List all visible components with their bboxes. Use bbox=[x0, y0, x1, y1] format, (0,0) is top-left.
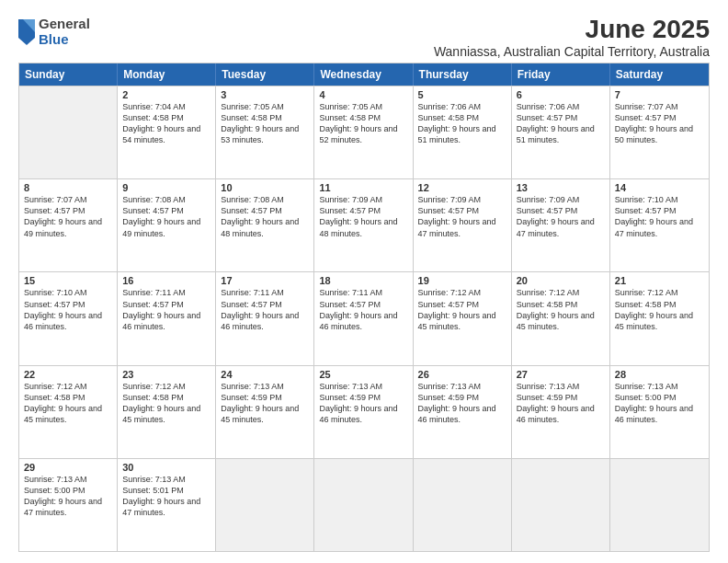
header-thursday: Thursday bbox=[414, 63, 512, 86]
empty-cell bbox=[216, 459, 314, 551]
empty-cell bbox=[314, 459, 413, 551]
day-24: 24 Sunrise: 7:13 AMSunset: 4:59 PMDaylig… bbox=[216, 366, 314, 458]
day-14: 14 Sunrise: 7:10 AMSunset: 4:57 PMDaylig… bbox=[610, 179, 709, 271]
header-sunday: Sunday bbox=[19, 63, 118, 86]
page: General Blue June 2025 Wanniassa, Austra… bbox=[0, 0, 728, 563]
week-row-5: 29 Sunrise: 7:13 AMSunset: 5:00 PMDaylig… bbox=[19, 458, 709, 551]
logo: General Blue bbox=[18, 17, 90, 47]
day-26: 26 Sunrise: 7:13 AMSunset: 4:59 PMDaylig… bbox=[414, 366, 512, 458]
header-monday: Monday bbox=[118, 63, 216, 86]
empty-cell bbox=[610, 459, 709, 551]
logo-icon bbox=[18, 19, 35, 45]
header-saturday: Saturday bbox=[610, 63, 709, 86]
day-22: 22 Sunrise: 7:12 AMSunset: 4:58 PMDaylig… bbox=[19, 366, 118, 458]
day-5: 5 Sunrise: 7:06 AMSunset: 4:58 PMDayligh… bbox=[414, 86, 512, 178]
day-23: 23 Sunrise: 7:12 AMSunset: 4:58 PMDaylig… bbox=[118, 366, 216, 458]
header-friday: Friday bbox=[512, 63, 610, 86]
calendar: Sunday Monday Tuesday Wednesday Thursday… bbox=[18, 63, 710, 552]
page-subtitle: Wanniassa, Australian Capital Territory,… bbox=[434, 44, 710, 59]
day-15: 15 Sunrise: 7:10 AMSunset: 4:57 PMDaylig… bbox=[19, 272, 118, 364]
day-21: 21 Sunrise: 7:12 AMSunset: 4:58 PMDaylig… bbox=[610, 272, 709, 364]
day-25: 25 Sunrise: 7:13 AMSunset: 4:59 PMDaylig… bbox=[314, 366, 413, 458]
day-9: 9 Sunrise: 7:08 AMSunset: 4:57 PMDayligh… bbox=[118, 179, 216, 271]
day-4: 4 Sunrise: 7:05 AMSunset: 4:58 PMDayligh… bbox=[314, 86, 413, 178]
day-28: 28 Sunrise: 7:13 AMSunset: 5:00 PMDaylig… bbox=[610, 366, 709, 458]
day-27: 27 Sunrise: 7:13 AMSunset: 4:59 PMDaylig… bbox=[512, 366, 610, 458]
empty-cell bbox=[414, 459, 512, 551]
day-12: 12 Sunrise: 7:09 AMSunset: 4:57 PMDaylig… bbox=[414, 179, 512, 271]
title-block: June 2025 Wanniassa, Australian Capital … bbox=[434, 15, 710, 59]
logo-blue-text: Blue bbox=[39, 32, 90, 48]
empty-cell bbox=[512, 459, 610, 551]
week-row-1: 2 Sunrise: 7:04 AMSunset: 4:58 PMDayligh… bbox=[19, 86, 709, 178]
week-row-4: 22 Sunrise: 7:12 AMSunset: 4:58 PMDaylig… bbox=[19, 365, 709, 458]
week-row-2: 8 Sunrise: 7:07 AMSunset: 4:57 PMDayligh… bbox=[19, 178, 709, 271]
day-13: 13 Sunrise: 7:09 AMSunset: 4:57 PMDaylig… bbox=[512, 179, 610, 271]
header-wednesday: Wednesday bbox=[314, 63, 413, 86]
day-7: 7 Sunrise: 7:07 AMSunset: 4:57 PMDayligh… bbox=[610, 86, 709, 178]
day-29: 29 Sunrise: 7:13 AMSunset: 5:00 PMDaylig… bbox=[19, 459, 118, 551]
calendar-body: 2 Sunrise: 7:04 AMSunset: 4:58 PMDayligh… bbox=[19, 86, 709, 551]
day-30: 30 Sunrise: 7:13 AMSunset: 5:01 PMDaylig… bbox=[118, 459, 216, 551]
day-10: 10 Sunrise: 7:08 AMSunset: 4:57 PMDaylig… bbox=[216, 179, 314, 271]
day-18: 18 Sunrise: 7:11 AMSunset: 4:57 PMDaylig… bbox=[314, 272, 413, 364]
day-6: 6 Sunrise: 7:06 AMSunset: 4:57 PMDayligh… bbox=[512, 86, 610, 178]
day-3: 3 Sunrise: 7:05 AMSunset: 4:58 PMDayligh… bbox=[216, 86, 314, 178]
empty-cell bbox=[19, 86, 118, 178]
day-19: 19 Sunrise: 7:12 AMSunset: 4:57 PMDaylig… bbox=[414, 272, 512, 364]
header-tuesday: Tuesday bbox=[216, 63, 314, 86]
page-title: June 2025 bbox=[434, 15, 710, 44]
week-row-3: 15 Sunrise: 7:10 AMSunset: 4:57 PMDaylig… bbox=[19, 271, 709, 364]
header: General Blue June 2025 Wanniassa, Austra… bbox=[18, 15, 710, 59]
day-8: 8 Sunrise: 7:07 AMSunset: 4:57 PMDayligh… bbox=[19, 179, 118, 271]
day-2: 2 Sunrise: 7:04 AMSunset: 4:58 PMDayligh… bbox=[118, 86, 216, 178]
day-17: 17 Sunrise: 7:11 AMSunset: 4:57 PMDaylig… bbox=[216, 272, 314, 364]
logo-general-text: General bbox=[39, 17, 90, 32]
day-16: 16 Sunrise: 7:11 AMSunset: 4:57 PMDaylig… bbox=[118, 272, 216, 364]
calendar-header: Sunday Monday Tuesday Wednesday Thursday… bbox=[19, 63, 709, 86]
day-20: 20 Sunrise: 7:12 AMSunset: 4:58 PMDaylig… bbox=[512, 272, 610, 364]
day-11: 11 Sunrise: 7:09 AMSunset: 4:57 PMDaylig… bbox=[314, 179, 413, 271]
